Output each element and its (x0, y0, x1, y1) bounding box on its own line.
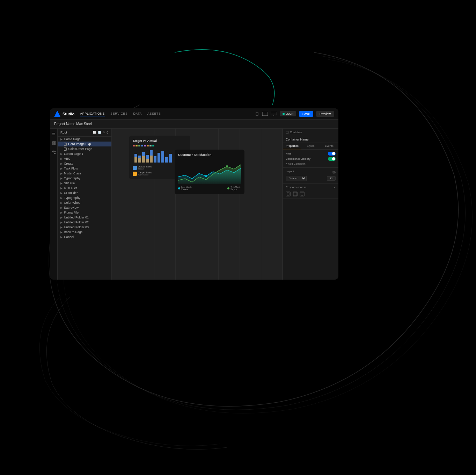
widget-customer-satisfaction: Customer Satisfaction (175, 150, 244, 194)
nav-services[interactable]: SERVICES (110, 111, 127, 116)
props-section-responsiveness: Responsiveness ∧ (283, 183, 338, 199)
resp-desktop-icon[interactable] (300, 192, 305, 196)
tree-item-back-to-page[interactable]: ▶ Back to Page (58, 230, 111, 235)
svg-rect-22 (165, 157, 168, 163)
sidebar-icon-layers[interactable] (51, 131, 56, 136)
top-nav: APPLICATIONS SERVICES DATA ASSETS (80, 111, 161, 116)
svg-rect-0 (256, 112, 258, 116)
tree-item-untitled-02[interactable]: ▶ Untitled Folder 02 (58, 220, 111, 225)
file-tree: Root ⬜ 📄 ⧉ ❮ ▶ Home Page □ Hero Image Ex… (58, 129, 112, 280)
nav-assets[interactable]: ASSETS (147, 111, 161, 116)
eye-icon[interactable] (332, 171, 336, 174)
tree-item-home-page[interactable]: ▶ Home Page (58, 137, 111, 142)
add-condition-btn[interactable]: + Add Condition (286, 162, 336, 165)
file-add-icon[interactable]: 📄 (98, 131, 101, 134)
layout-label: Layout (286, 170, 294, 173)
container-checkbox[interactable] (286, 131, 288, 134)
dot-2 (136, 145, 138, 146)
tree-item-abc[interactable]: ▶ ABC (58, 156, 111, 161)
tree-item-untitled-03[interactable]: ▶ Untitled Folder 03 (58, 225, 111, 230)
tree-item-create[interactable]: ▶ Create (58, 161, 111, 166)
svg-rect-7 (52, 135, 55, 135)
sidebar-icon-users[interactable] (51, 150, 56, 154)
sidebar-icon-components[interactable] (51, 141, 56, 145)
this-month-dot (227, 187, 229, 189)
tree-item-mister-class[interactable]: ▶ Mister Class (58, 171, 111, 176)
dot-6 (147, 145, 149, 146)
tree-item-ktx[interactable]: ▶ KTX Filer (58, 186, 111, 190)
legend-icon-target (133, 172, 137, 176)
satisfaction-chart-svg (178, 159, 241, 184)
resp-tablet-icon[interactable] (293, 192, 298, 196)
desktop-icon[interactable] (271, 112, 277, 116)
tree-item-task-flow[interactable]: ▶ Task Flow (58, 166, 111, 171)
conditional-visibility-toggle[interactable] (328, 157, 336, 161)
tree-item-cancel[interactable]: ▶ Cancel (58, 235, 111, 239)
props-tabs: Properties Styles Events (283, 143, 338, 150)
svg-rect-1 (262, 112, 268, 116)
resp-mobile-icon[interactable] (286, 192, 291, 196)
tree-item-figma[interactable]: ▶ Figma File (58, 210, 111, 215)
tree-item-hero-image[interactable]: □ Hero Image Exp... (58, 142, 111, 146)
layout-columns-input[interactable]: 12 (327, 176, 336, 181)
svg-rect-6 (52, 134, 55, 135)
svg-rect-24 (134, 157, 137, 163)
project-name: Project Name Max Steel (54, 122, 92, 126)
layout-direction-select[interactable]: Column (286, 176, 307, 181)
dot-7 (149, 145, 152, 146)
hide-toggle-row: Hide (286, 152, 336, 156)
conditional-visibility-label: Conditional Visibility (286, 157, 310, 160)
header-icons: ⬜ 📄 ⧉ ❮ (93, 131, 109, 134)
svg-rect-2 (271, 112, 277, 115)
tree-item-color-wheel[interactable]: ▶ Color Wheel (58, 200, 111, 205)
tab-styles[interactable]: Styles (301, 143, 320, 149)
tab-events[interactable]: Events (320, 143, 338, 149)
main-content: Root ⬜ 📄 ⧉ ❮ ▶ Home Page □ Hero Image Ex… (50, 129, 338, 280)
svg-rect-20 (158, 153, 160, 163)
svg-rect-10 (52, 143, 53, 145)
preview-button[interactable]: Preview (316, 111, 334, 117)
app-logo-text: Studio (63, 112, 74, 116)
folder-add-icon[interactable]: ⬜ (93, 131, 96, 134)
canvas-area[interactable]: Target vs Actual (112, 129, 283, 280)
tree-item-typography-2[interactable]: ▶ Typography (58, 195, 111, 200)
copy-icon[interactable]: ⧉ (103, 131, 105, 134)
tree-item-typography-1[interactable]: ▶ Typography (58, 176, 111, 181)
dot-8 (152, 145, 154, 146)
nav-applications[interactable]: APPLICATIONS (80, 111, 105, 116)
save-button[interactable]: Save (299, 111, 313, 117)
tablet-icon[interactable] (262, 112, 268, 116)
top-bar: Studio APPLICATIONS SERVICES DATA ASSETS (50, 108, 338, 120)
hide-toggle-thumb (332, 152, 335, 155)
tab-properties[interactable]: Properties (283, 143, 301, 149)
last-month-dot (178, 187, 180, 189)
legend-icon-actual (133, 166, 137, 170)
layout-header-row: Layout (286, 170, 336, 174)
container-name[interactable]: Container Name (283, 136, 338, 143)
tree-item-ui-builder[interactable]: ▶ UI Builder (58, 190, 111, 195)
dot-3 (138, 145, 140, 146)
tree-item-sip[interactable]: ▶ SIP File (58, 181, 111, 186)
hide-toggle[interactable] (328, 152, 336, 156)
responsiveness-chevron[interactable]: ∧ (334, 186, 336, 189)
json-toggle-button[interactable]: JSON (280, 111, 296, 116)
responsiveness-label: Responsiveness (286, 186, 306, 189)
mobile-icon[interactable] (255, 112, 259, 116)
svg-rect-23 (169, 154, 172, 163)
collapse-icon[interactable]: ❮ (106, 131, 109, 134)
tree-item-sat-review[interactable]: ▶ Sat review (58, 205, 111, 210)
tree-item-lorem[interactable]: ▶ Lorem page 1 (58, 151, 111, 156)
svg-point-29 (205, 175, 207, 177)
hide-label: Hide (286, 152, 291, 155)
tree-item-sales-order[interactable]: □ SalesOrder Page (58, 146, 111, 151)
dot-5 (144, 145, 146, 146)
this-month-item: This Month ₹4,504 (227, 186, 241, 190)
nav-data[interactable]: DATA (133, 111, 142, 116)
svg-point-31 (333, 172, 335, 173)
tree-item-untitled-01[interactable]: ▶ Untitled Folder 01 (58, 215, 111, 220)
file-tree-header: Root ⬜ 📄 ⧉ ❮ (58, 129, 111, 137)
svg-rect-25 (138, 158, 141, 163)
chart-dots (133, 145, 187, 146)
dot-4 (141, 145, 143, 146)
props-section-hide: Hide Conditional Visibility + Add Condit… (283, 150, 338, 168)
